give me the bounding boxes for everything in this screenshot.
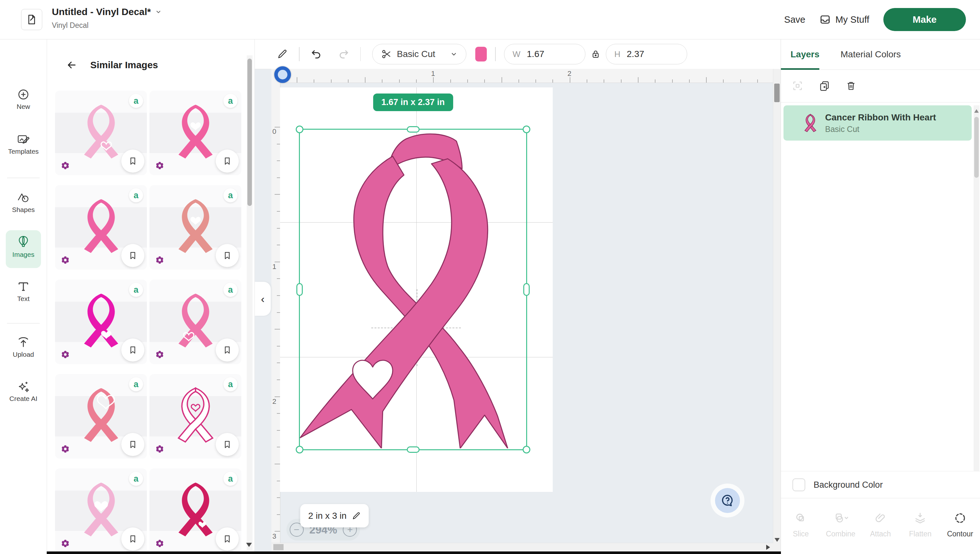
project-icon-button[interactable] bbox=[21, 9, 42, 30]
resize-handle-bottom[interactable] bbox=[407, 446, 420, 453]
save-button[interactable]: Save bbox=[784, 14, 805, 25]
tab-material-colors[interactable]: Material Colors bbox=[840, 49, 900, 59]
make-button[interactable]: Make bbox=[883, 8, 966, 31]
slice-button[interactable]: Slice bbox=[781, 498, 821, 551]
duplicate-icon[interactable] bbox=[819, 80, 830, 92]
bookmark-button[interactable] bbox=[121, 433, 144, 456]
layers-scroll-up-arrow[interactable] bbox=[974, 109, 979, 113]
contour-icon bbox=[954, 512, 967, 525]
image-card[interactable]: a bbox=[150, 279, 241, 364]
sidebar-item-shapes[interactable]: Shapes bbox=[0, 191, 47, 214]
linetype-select[interactable]: Basic Cut bbox=[372, 44, 466, 64]
combine-button[interactable]: Combine bbox=[821, 498, 860, 551]
redo-button[interactable] bbox=[336, 46, 352, 62]
resize-handle-top[interactable] bbox=[407, 126, 420, 133]
paperclip-icon bbox=[874, 512, 887, 525]
mat-size-pill[interactable]: 2 in x 3 in bbox=[300, 504, 369, 527]
tab-layers[interactable]: Layers bbox=[791, 49, 819, 59]
bookmark-button[interactable] bbox=[216, 150, 239, 172]
image-card[interactable]: a bbox=[150, 91, 241, 175]
bookmark-button[interactable] bbox=[216, 433, 239, 456]
vertical-ruler: 0 1 2 3 bbox=[271, 83, 280, 543]
chevron-down-icon[interactable] bbox=[155, 8, 162, 15]
bookmark-button[interactable] bbox=[121, 150, 144, 172]
resize-handle-top-left[interactable] bbox=[296, 126, 304, 133]
image-card[interactable]: a bbox=[55, 468, 147, 553]
flatten-button[interactable]: Flatten bbox=[900, 498, 940, 551]
text-icon bbox=[0, 280, 47, 293]
sidebar-item-upload[interactable]: Upload bbox=[0, 336, 47, 358]
scroll-right-arrow[interactable] bbox=[766, 545, 770, 550]
bookmark-button[interactable] bbox=[216, 244, 239, 267]
panel-scrollbar-thumb[interactable] bbox=[247, 59, 252, 206]
layer-flower-icon bbox=[155, 444, 164, 453]
sidebar-item-images[interactable]: Images bbox=[0, 235, 47, 259]
back-arrow-icon[interactable] bbox=[66, 59, 78, 71]
cricut-access-badge: a bbox=[223, 472, 237, 486]
design-canvas-area[interactable]: Basic Cut W 1.67 H 2.37 1 2 0 1 2 3 bbox=[255, 39, 781, 554]
bookmark-button[interactable] bbox=[216, 338, 239, 362]
attach-button[interactable]: Attach bbox=[861, 498, 900, 551]
select-all-icon[interactable] bbox=[792, 80, 803, 92]
inbox-icon bbox=[819, 14, 831, 25]
sidebar-item-templates[interactable]: Templates bbox=[0, 133, 47, 155]
resize-handle-bottom-right[interactable] bbox=[523, 446, 530, 453]
collapse-panel-button[interactable]: ‹ bbox=[255, 282, 271, 316]
ribbon-thumbnail bbox=[74, 477, 128, 541]
my-stuff-button[interactable]: My Stuff bbox=[819, 14, 869, 25]
chevron-down-icon bbox=[450, 50, 458, 58]
sidebar-item-text[interactable]: Text bbox=[0, 280, 47, 303]
canvas-vertical-scrollbar[interactable] bbox=[773, 69, 781, 551]
cricut-access-badge: a bbox=[129, 188, 143, 203]
canvas-vscroll-thumb[interactable] bbox=[774, 84, 780, 102]
ribbon-thumbnail bbox=[74, 100, 128, 164]
canvas-horizontal-scrollbar[interactable] bbox=[271, 543, 773, 551]
ribbon-thumbnail bbox=[74, 194, 128, 258]
resize-handle-top-right[interactable] bbox=[523, 126, 530, 133]
bookmark-button[interactable] bbox=[121, 338, 144, 362]
lock-icon[interactable] bbox=[587, 46, 604, 62]
layer-row-cancer-ribbon[interactable]: Cancer Ribbon With Heart Basic Cut bbox=[783, 105, 972, 140]
panel-scrollbar[interactable] bbox=[247, 56, 253, 551]
image-card[interactable]: a bbox=[55, 185, 147, 270]
sidebar-item-new[interactable]: New bbox=[0, 88, 47, 110]
edit-pencil-icon[interactable] bbox=[352, 511, 361, 520]
color-swatch[interactable] bbox=[475, 47, 487, 61]
edit-pencil-button[interactable] bbox=[274, 46, 291, 62]
panel-scroll-down-arrow[interactable] bbox=[246, 543, 252, 547]
balloon-images-icon bbox=[0, 235, 47, 249]
bookmark-button[interactable] bbox=[121, 244, 144, 267]
image-card[interactable]: a bbox=[55, 91, 147, 175]
background-color-checkbox[interactable] bbox=[792, 479, 805, 491]
canvas-hscroll-thumb[interactable] bbox=[273, 544, 283, 550]
image-card[interactable]: a bbox=[55, 374, 147, 458]
contour-button[interactable]: Contour bbox=[940, 498, 980, 551]
resize-handle-left[interactable] bbox=[296, 283, 303, 296]
undo-button[interactable] bbox=[308, 46, 325, 62]
document-subtitle: Vinyl Decal bbox=[52, 21, 89, 30]
resize-handle-bottom-left[interactable] bbox=[296, 446, 304, 453]
width-value: 1.67 bbox=[527, 49, 544, 59]
layer-flower-icon bbox=[155, 350, 164, 359]
image-card[interactable]: a bbox=[150, 185, 241, 270]
layer-linetype: Basic Cut bbox=[825, 125, 936, 134]
image-card[interactable]: a bbox=[55, 279, 147, 364]
width-field[interactable]: W 1.67 bbox=[504, 44, 585, 64]
selection-bounding-box[interactable]: 1.67 in x 2.37 in bbox=[299, 129, 527, 450]
bookmark-button[interactable] bbox=[121, 527, 144, 551]
help-button[interactable] bbox=[715, 488, 740, 513]
resize-handle-right[interactable] bbox=[523, 283, 530, 296]
image-card[interactable]: a bbox=[150, 374, 241, 458]
layer-flower-icon bbox=[155, 255, 164, 265]
document-title[interactable]: Untitled - Vinyl Decal* bbox=[52, 6, 151, 17]
layers-scroll-thumb[interactable] bbox=[974, 117, 979, 178]
cricut-access-badge: a bbox=[223, 283, 237, 297]
app-header: Untitled - Vinyl Decal* Vinyl Decal Save… bbox=[0, 0, 980, 39]
trash-icon[interactable] bbox=[846, 80, 856, 92]
scroll-down-arrow[interactable] bbox=[775, 538, 780, 542]
image-card[interactable]: a bbox=[150, 468, 241, 553]
layers-scrollbar[interactable] bbox=[974, 105, 979, 499]
sidebar-item-create-ai[interactable]: Create AI bbox=[0, 380, 47, 402]
bookmark-button[interactable] bbox=[216, 527, 239, 551]
height-field[interactable]: H 2.37 bbox=[606, 44, 687, 64]
